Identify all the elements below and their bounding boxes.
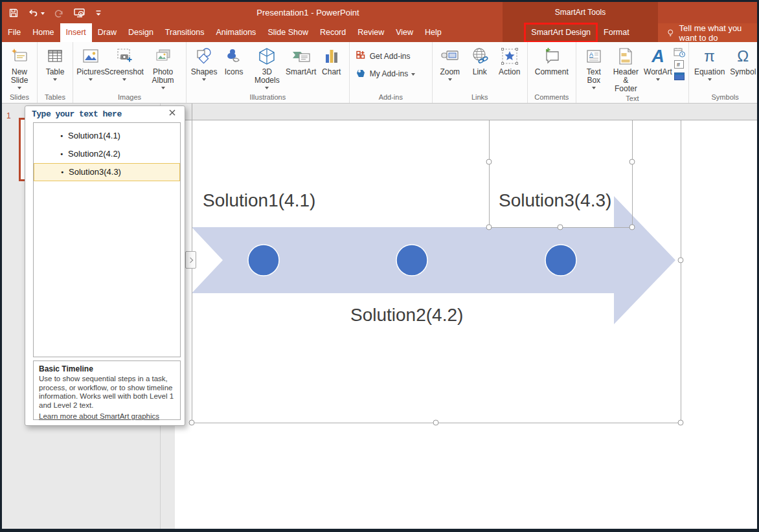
new-slide-button[interactable]: New Slide: [5, 45, 34, 90]
equation-icon: π: [704, 48, 715, 65]
group-label-comments: Comments: [528, 93, 576, 103]
tab-file[interactable]: File: [2, 23, 27, 42]
tell-me-box[interactable]: Tell me what you want to do: [658, 23, 757, 42]
tab-insert[interactable]: Insert: [60, 23, 92, 42]
header-footer-icon: [617, 46, 634, 67]
photo-album-dropdown-icon: [161, 87, 165, 89]
slide-number-button[interactable]: #: [674, 60, 685, 70]
text-pane-title: Type your text here: [32, 109, 122, 119]
date-time-button[interactable]: [674, 47, 685, 58]
tab-format[interactable]: Format: [598, 25, 635, 41]
timeline-node-1[interactable]: [248, 245, 279, 276]
tab-draw[interactable]: Draw: [92, 23, 122, 42]
zoom-button[interactable]: Zoom: [436, 45, 464, 82]
table-button[interactable]: Table: [41, 45, 69, 82]
timeline-node-3[interactable]: [545, 245, 576, 276]
comment-button[interactable]: Comment: [531, 45, 572, 77]
screenshot-button[interactable]: Screenshot: [106, 45, 142, 82]
group-label-addins: Add-ins: [350, 93, 432, 103]
title-bar: SmartArt Tools: [2, 2, 757, 23]
frame-handle-bottom-center[interactable]: [433, 420, 439, 426]
photo-album-button[interactable]: Photo Album: [143, 45, 183, 90]
get-addins-button[interactable]: Get Add-ins: [356, 50, 415, 61]
3d-models-button[interactable]: 3D Models: [249, 45, 285, 90]
text-pane-toggle-button[interactable]: [185, 251, 196, 269]
tab-animations[interactable]: Animations: [210, 23, 262, 42]
frame-handle-bottom-right[interactable]: [678, 420, 684, 426]
symbol-button[interactable]: Ω Symbol: [728, 45, 758, 77]
close-icon[interactable]: [169, 109, 179, 120]
textbox-handle-bottom-center[interactable]: [558, 225, 563, 230]
window-title: Presentation1 - PowerPoint: [2, 8, 614, 17]
shapes-icon: [194, 46, 214, 67]
smartart-text-pane: Type your text here Solution1(4.1) Solut…: [25, 105, 185, 426]
contextual-tabs: SmartArt Design Format: [503, 23, 658, 42]
group-label-text: Text: [576, 94, 688, 104]
comment-label: Comment: [535, 68, 569, 76]
new-slide-icon: [10, 46, 29, 67]
wordart-button[interactable]: A WordArt: [644, 45, 672, 82]
equation-button[interactable]: π Equation: [692, 45, 727, 82]
zoom-label: Zoom: [440, 68, 460, 76]
text-pane-list[interactable]: Solution1(4.1) Solution2(4.2) Solution3(…: [33, 122, 181, 357]
text-box-button[interactable]: A Text Box: [580, 45, 608, 90]
main-tabs: File Home Insert Draw Design Transitions…: [2, 23, 447, 42]
timeline-label-1[interactable]: Solution1(4.1): [203, 190, 315, 211]
frame-handle-middle-right[interactable]: [678, 258, 684, 263]
link-icon: [470, 46, 490, 67]
smartart-button[interactable]: SmartArt: [286, 45, 316, 77]
tab-design[interactable]: Design: [122, 23, 159, 42]
textbox-handle-left[interactable]: [486, 159, 492, 165]
timeline-node-2[interactable]: [396, 245, 427, 276]
svg-text:#: #: [677, 61, 680, 68]
text-pane-item-3-selected[interactable]: Solution3(4.3): [34, 163, 180, 181]
textbox-handle-bottom-left[interactable]: [486, 225, 492, 230]
action-icon: [500, 46, 519, 67]
date-time-icon: [674, 47, 685, 58]
tab-transitions[interactable]: Transitions: [159, 23, 210, 42]
tab-help[interactable]: Help: [419, 23, 447, 42]
3d-models-dropdown-icon: [265, 87, 269, 89]
ribbon: New Slide Slides Table: [2, 42, 757, 104]
icons-button[interactable]: Icons: [220, 45, 248, 77]
text-pane-item-1[interactable]: Solution1(4.1): [34, 127, 180, 145]
pictures-icon: [81, 46, 100, 67]
textbox-handle-right[interactable]: [629, 159, 635, 165]
text-box-icon: A: [585, 46, 603, 67]
tab-smartart-design[interactable]: SmartArt Design: [526, 25, 596, 41]
tab-record[interactable]: Record: [314, 23, 352, 42]
chart-button[interactable]: Chart: [317, 45, 346, 77]
photo-album-icon: [153, 46, 173, 67]
group-label-links: Links: [433, 93, 527, 103]
powerpoint-window: SmartArt Tools: [0, 0, 759, 532]
tab-review[interactable]: Review: [352, 23, 390, 42]
timeline-label-2[interactable]: Solution2(4.2): [350, 305, 463, 326]
object-button[interactable]: [674, 72, 685, 81]
tab-slide-show[interactable]: Slide Show: [262, 23, 314, 42]
layout-info-box: Basic Timeline Use to show sequential st…: [33, 360, 181, 420]
wordart-icon: A: [651, 47, 664, 65]
shapes-button[interactable]: Shapes: [190, 45, 218, 82]
photo-album-label: Photo Album: [145, 68, 181, 85]
slide-number: 1: [6, 111, 11, 120]
my-addins-button[interactable]: My Add-ins: [356, 68, 415, 79]
chart-label: Chart: [322, 68, 341, 76]
link-button[interactable]: Link: [466, 45, 494, 77]
text-box-dropdown-icon: [592, 87, 596, 89]
tab-view[interactable]: View: [390, 23, 419, 42]
zoom-icon: [440, 46, 460, 67]
text-pane-item-2[interactable]: Solution2(4.2): [34, 145, 180, 163]
learn-more-link[interactable]: Learn more about SmartArt graphics: [39, 412, 159, 420]
smartart-timeline-graphic[interactable]: [175, 104, 757, 529]
lightbulb-icon: [667, 27, 674, 39]
symbol-label: Symbol: [730, 68, 756, 76]
header-footer-button[interactable]: Header & Footer: [609, 45, 642, 94]
textbox-handle-bottom-right[interactable]: [629, 225, 635, 230]
pictures-button[interactable]: Pictures: [76, 45, 105, 82]
slide-canvas[interactable]: Solution1(4.1) Solution3(4.3) Solution2(…: [175, 104, 757, 529]
timeline-label-3[interactable]: Solution3(4.3): [499, 190, 611, 211]
equation-label: Equation: [694, 68, 725, 76]
frame-handle-bottom-left[interactable]: [189, 420, 195, 426]
tab-home[interactable]: Home: [27, 23, 60, 42]
action-button[interactable]: Action: [495, 45, 524, 77]
